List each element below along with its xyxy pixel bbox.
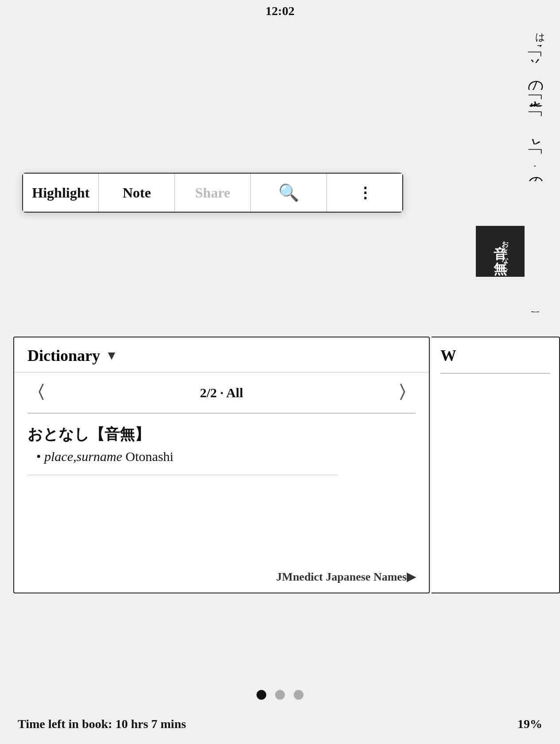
text-columns-top: 異常な状況に適応 室の中で、もうい 音無さんは『なか 「それが二千回以上の とい… — [9, 27, 551, 186]
pagination-dot-3[interactable] — [294, 690, 303, 700]
highlight-marker: 音おと無なし — [476, 226, 525, 277]
dictionary-panel: Dictionary ▼ 〈 2/2 · All 〉 おとなし【音無】 • pl… — [13, 337, 430, 593]
text-col-b-4: しに適応する — [9, 291, 551, 301]
text-col-b-5: 犬」とその名 — [9, 284, 551, 291]
status-bar: 12:02 — [0, 0, 560, 22]
text-col-7: 「ま、音無彩矢ならそ — [9, 107, 551, 119]
highlight-button[interactable]: Highlight — [23, 174, 99, 212]
search-button[interactable]: 🔍 — [251, 174, 327, 212]
dict-content-separator — [27, 475, 338, 476]
dict-dropdown-arrow[interactable]: ▼ — [105, 349, 118, 363]
highlight-marker-text: 音おと無なし — [491, 236, 509, 267]
text-col-8: 「音無さんなら、この — [9, 90, 551, 107]
text-col-9: のままマック。僕は — [9, 70, 551, 90]
note-button[interactable]: Note — [99, 174, 175, 212]
dict-prev-button[interactable]: 〈 — [27, 380, 45, 405]
search-icon: 🔍 — [278, 183, 299, 202]
text-col-4: 「それが二千回以上の — [9, 144, 551, 154]
pagination-dot-1[interactable] — [257, 690, 266, 700]
text-col-b-3: ことになる状 — [9, 301, 551, 312]
text-col-b-1: った音無さ — [9, 321, 551, 328]
text-col-10: 僕らは陽明の提案 — [9, 63, 551, 70]
right-panel-hint: W — [432, 337, 560, 593]
dict-header: Dictionary ▼ — [14, 337, 429, 372]
dict-navigation: 〈 2/2 · All 〉 — [14, 372, 429, 413]
text-col-b-2: 情を揺るがい — [9, 312, 551, 321]
text-col-b-12: ポテトを一 — [9, 221, 551, 231]
text-col-b-11: や 音無おとなし彩矢は — [9, 231, 551, 243]
right-panel-letter: W — [440, 346, 456, 365]
dict-page-info: 2/2 · All — [200, 385, 243, 400]
text-col-b-9: も周りまわの視線 — [9, 252, 551, 262]
text-col-b-8: 制服でマック — [9, 261, 551, 271]
bottom-bar: Time left in book: 10 hrs 7 mins 19% — [0, 704, 560, 744]
text-col-5: という話を聞いて、 — [9, 128, 551, 144]
text-col-11: 「そうか。彩矢ちゃあ — [9, 47, 551, 63]
dict-footer[interactable]: JMnedict Japanese Names▶ — [14, 563, 429, 593]
dict-source-label: JMnedict Japanese Names▶ — [276, 570, 416, 584]
text-col-12: はるあき陽明は眉間みけんにしわ — [9, 27, 551, 47]
dict-next-button[interactable]: 〉 — [398, 380, 416, 405]
more-button[interactable]: ⋮ — [327, 174, 402, 212]
time-left-label: Time left in book: 10 hrs 7 mins — [18, 717, 186, 731]
dict-definition: • place,surname Otonashi — [27, 449, 416, 464]
japanese-text-top: 異常な状況に適応 室の中で、もうい 音無さんは『なか 「それが二千回以上の とい… — [0, 22, 560, 190]
text-col-b-10: にいた 早 — [9, 243, 551, 252]
text-columns-bottom: った音無さ 情を揺るがい ことになる状 しに適応する 犬」とその名 ずの陽明は、… — [9, 221, 551, 328]
pagination-dots — [0, 690, 560, 700]
right-panel-line — [440, 373, 550, 374]
dict-content: おとなし【音無】 • place,surname Otonashi — [14, 414, 429, 563]
text-col-3: 音無さんは『なか — [9, 154, 551, 167]
context-toolbar: Highlight Note Share 🔍 ⋮ — [22, 173, 403, 213]
dict-word: おとなし【音無】 — [27, 424, 416, 445]
progress-label: 19% — [517, 717, 542, 731]
time-display: 12:02 — [265, 4, 294, 18]
text-col-b-6: ずの陽明は、 — [9, 275, 551, 284]
more-icon: ⋮ — [358, 184, 372, 202]
share-button[interactable]: Share — [175, 174, 251, 212]
text-col-b-7: つな」 — [9, 271, 551, 275]
text-col-6: 音無さんに一目惚ぼ — [9, 119, 551, 128]
pagination-dot-2[interactable] — [275, 690, 285, 700]
dict-title: Dictionary — [27, 346, 100, 365]
